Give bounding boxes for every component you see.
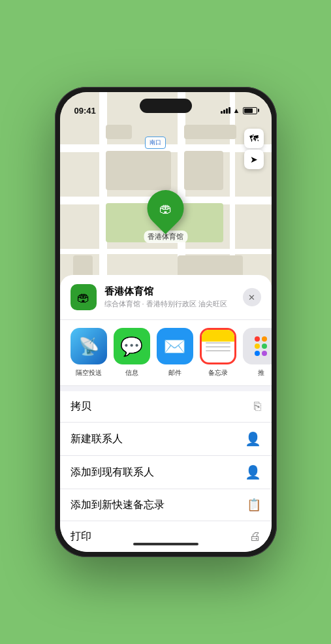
more-icon <box>243 328 272 364</box>
location-info: 香港体育馆 综合体育馆 · 香港特别行政区 油尖旺区 <box>104 285 235 309</box>
airdrop-label: 隔空投送 <box>76 368 102 378</box>
location-name: 香港体育馆 <box>104 285 235 298</box>
airdrop-icon: 📡 <box>71 328 107 364</box>
quick-note-icon: 📋 <box>247 498 261 512</box>
close-button[interactable]: ✕ <box>243 288 261 306</box>
map-type-button[interactable]: 🗺 <box>244 129 264 148</box>
share-mail[interactable]: ✉️ 邮件 <box>157 328 193 378</box>
location-card: 🏟 香港体育馆 综合体育馆 · 香港特别行政区 油尖旺区 ✕ <box>60 275 272 320</box>
mail-label: 邮件 <box>168 368 181 378</box>
signal-icon <box>221 107 230 114</box>
print-icon: 🖨 <box>249 530 261 543</box>
action-print-label: 打印 <box>71 530 91 543</box>
mail-icon: ✉️ <box>157 328 193 364</box>
status-bar: 09:41 ▲ <box>60 92 272 121</box>
action-new-contact[interactable]: 新建联系人 👤 <box>60 423 272 456</box>
wifi-icon: ▲ <box>233 106 240 114</box>
home-indicator <box>133 543 198 545</box>
map-controls: 🗺 ➤ <box>244 129 264 169</box>
action-quick-note-label: 添加到新快速备忘录 <box>71 498 165 512</box>
pin-circle: 🏟 <box>140 182 191 234</box>
notes-label: 备忘录 <box>208 368 228 378</box>
bottom-sheet: 🏟 香港体育馆 综合体育馆 · 香港特别行政区 油尖旺区 ✕ 📡 隔空投送 <box>60 275 272 552</box>
location-pin: 🏟 香港体育馆 <box>144 190 187 243</box>
pin-icon: 🏟 <box>159 201 172 216</box>
notes-icon-wrap <box>200 328 236 364</box>
share-more[interactable]: 推 <box>243 328 272 378</box>
messages-icon: 💬 <box>114 328 150 364</box>
action-quick-note[interactable]: 添加到新快速备忘录 📋 <box>60 489 272 521</box>
messages-label: 信息 <box>125 368 138 378</box>
share-messages[interactable]: 💬 信息 <box>114 328 150 378</box>
status-time: 09:41 <box>74 106 96 116</box>
share-notes[interactable]: 备忘录 <box>200 328 236 378</box>
action-copy-label: 拷贝 <box>71 400 91 413</box>
map-label: 南口 <box>145 137 166 149</box>
more-label: 推 <box>258 368 264 378</box>
action-new-contact-label: 新建联系人 <box>71 432 123 446</box>
phone-screen: 09:41 ▲ <box>60 92 272 552</box>
add-contact-icon: 👤 <box>245 464 261 480</box>
location-subtitle: 综合体育馆 · 香港特别行政区 油尖旺区 <box>104 299 235 309</box>
location-button[interactable]: ➤ <box>244 150 264 169</box>
action-copy[interactable]: 拷贝 ⎘ <box>60 391 272 423</box>
status-icons: ▲ <box>221 106 257 114</box>
share-airdrop[interactable]: 📡 隔空投送 <box>71 328 107 378</box>
share-row: 📡 隔空投送 💬 信息 ✉️ 邮件 <box>60 320 272 386</box>
battery-icon <box>243 107 257 114</box>
copy-icon: ⎘ <box>254 400 261 413</box>
phone-frame: 09:41 ▲ <box>55 87 277 557</box>
new-contact-icon: 👤 <box>245 431 261 447</box>
action-add-contact-label: 添加到现有联系人 <box>71 466 154 479</box>
notes-lines <box>206 342 230 351</box>
location-card-icon: 🏟 <box>71 284 97 310</box>
action-list: 拷贝 ⎘ 新建联系人 👤 添加到现有联系人 👤 添加到新快速备忘录 📋 打印 <box>60 391 272 552</box>
action-add-contact[interactable]: 添加到现有联系人 👤 <box>60 456 272 489</box>
action-print[interactable]: 打印 🖨 <box>60 521 272 552</box>
